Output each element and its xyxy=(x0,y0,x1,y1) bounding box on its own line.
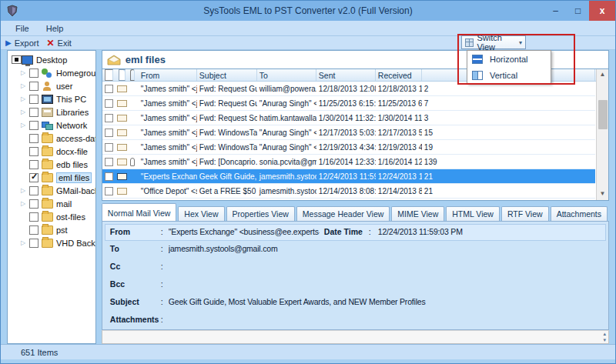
tree-checkbox[interactable] xyxy=(29,199,38,209)
tree-checkbox[interactable] xyxy=(29,212,38,222)
maximize-button[interactable]: □ xyxy=(567,1,589,21)
tree-item[interactable]: Homegroup xyxy=(8,66,95,79)
column-header-subject[interactable]: Subject xyxy=(197,69,257,81)
preview-tab[interactable]: RTF View xyxy=(501,206,549,221)
expander-icon[interactable] xyxy=(21,69,29,76)
row-checkbox[interactable] xyxy=(105,99,113,108)
preview-hscrollbar[interactable]: ▴▾ xyxy=(102,330,609,344)
envelope-icon xyxy=(117,188,127,195)
scroll-down-icon[interactable]: ▼ xyxy=(597,189,608,200)
tree-item[interactable]: VHD Backup xyxy=(8,236,95,249)
expander-icon[interactable] xyxy=(21,239,29,246)
tree-checkbox[interactable] xyxy=(29,160,38,169)
tree-item[interactable]: This PC xyxy=(8,92,95,105)
tree-item[interactable]: eml files xyxy=(8,171,95,184)
dropdown-item-label: Horizontal xyxy=(490,55,528,64)
expander-icon[interactable] xyxy=(12,55,22,64)
tree-item-label: This PC xyxy=(56,95,86,104)
mail-row[interactable]: "James smith" <ja... Fwd: [Doncaprio.c..… xyxy=(102,155,595,169)
preview-tab[interactable]: Attachments xyxy=(551,206,608,221)
mail-row[interactable]: "James smith" <ja... Fwd: WindowsTal... … xyxy=(102,125,595,140)
row-checkbox[interactable] xyxy=(105,187,113,195)
preview-tab[interactable]: Properties View xyxy=(226,206,295,221)
tree-item[interactable]: pst xyxy=(8,223,95,236)
expander-icon[interactable] xyxy=(21,95,29,102)
tree-item[interactable]: user xyxy=(8,79,95,92)
row-checkbox[interactable] xyxy=(105,143,113,152)
preview-tab[interactable]: MIME View xyxy=(391,206,444,221)
expander-icon[interactable] xyxy=(21,109,29,115)
minimize-button[interactable]: – xyxy=(544,1,567,21)
tree-checkbox[interactable] xyxy=(29,186,38,195)
mail-row[interactable]: "Office Depot" <s... Get a FREE $50 VI..… xyxy=(102,184,595,199)
mail-row[interactable]: "James smith" <ja... Fwd: WindowsTal... … xyxy=(102,140,595,155)
tree-checkbox[interactable] xyxy=(29,68,38,78)
tree-checkbox[interactable] xyxy=(29,121,38,130)
exit-label: Exit xyxy=(58,38,72,48)
tree-item-label: GMail-backup xyxy=(56,186,96,195)
exit-button[interactable]: ✕ Exit xyxy=(47,38,72,48)
column-header-from[interactable]: From xyxy=(139,69,197,81)
cell-size: 7 xyxy=(422,99,595,108)
tree-checkbox[interactable] xyxy=(29,225,38,235)
mail-row[interactable]: "Experts Exchange... Geek Gift Guide, ..… xyxy=(102,169,595,184)
preview-bcc-row: Bcc : xyxy=(105,276,605,294)
export-button[interactable]: ▶ Export xyxy=(5,38,39,48)
column-header-sent[interactable]: Sent xyxy=(316,69,376,81)
menu-item[interactable]: Help xyxy=(38,22,72,35)
list-scrollbar[interactable]: ▲ ▼ xyxy=(596,69,608,200)
tree-checkbox[interactable] xyxy=(29,239,38,248)
tree-item[interactable]: Network xyxy=(8,119,95,132)
tree-checkbox[interactable] xyxy=(29,134,38,143)
expander-icon[interactable] xyxy=(21,200,29,207)
expander-icon[interactable] xyxy=(21,187,29,194)
tree-item[interactable]: Libraries xyxy=(8,105,95,119)
colon: : xyxy=(161,297,169,306)
column-header-to[interactable]: To xyxy=(257,69,316,81)
select-all-checkbox[interactable] xyxy=(105,69,113,81)
tree-checkbox[interactable] xyxy=(29,173,38,182)
row-checkbox[interactable] xyxy=(105,158,113,166)
tree-item[interactable]: ost-files xyxy=(8,210,95,223)
scrollbar-thumb[interactable] xyxy=(598,100,608,129)
tree-item[interactable]: docx-file xyxy=(8,145,95,158)
switch-view-button[interactable]: Switch View ▾ xyxy=(461,35,526,49)
preview-tab[interactable]: Hex View xyxy=(178,206,224,221)
mail-row[interactable]: "James smith" <ja... Fwd: Request Gu... … xyxy=(102,96,595,111)
column-header-received[interactable]: Received xyxy=(376,69,422,81)
tree-checkbox[interactable] xyxy=(29,108,38,117)
envelope-icon xyxy=(117,173,127,180)
scroll-up-icon[interactable]: ▲ xyxy=(597,69,608,80)
attachment-column-icon[interactable] xyxy=(130,69,135,81)
row-checkbox[interactable] xyxy=(105,129,113,137)
tree-item[interactable]: edb files xyxy=(8,158,95,171)
tree-item[interactable]: mail xyxy=(8,197,95,210)
row-checkbox[interactable] xyxy=(105,172,113,181)
preview-tab[interactable]: HTML View xyxy=(446,206,500,221)
close-button[interactable]: x xyxy=(589,1,615,21)
tree-item-label: Libraries xyxy=(56,108,89,117)
tree-item[interactable]: Desktop xyxy=(8,53,95,66)
expander-icon[interactable] xyxy=(21,122,29,129)
preview-tab[interactable]: Normal Mail View xyxy=(102,203,177,221)
dropdown-item[interactable]: Horizontal xyxy=(467,51,551,67)
tree-item[interactable]: GMail-backup xyxy=(8,184,95,197)
tree-item[interactable]: access-database-file xyxy=(8,132,95,145)
preview-tab[interactable]: Message Header View xyxy=(296,206,390,221)
preview-tabs: Normal Mail View Hex View Properties Vie… xyxy=(102,202,609,221)
preview-scroll-arrows-icon[interactable]: ▴▾ xyxy=(603,331,606,343)
row-checkbox[interactable] xyxy=(105,114,113,122)
tree-checkbox[interactable] xyxy=(29,95,38,104)
tree-checkbox[interactable] xyxy=(29,82,38,91)
dropdown-item[interactable]: Vertical xyxy=(467,67,551,83)
cell-to: "Anurag Singh" <... xyxy=(257,99,316,108)
document-column-icon[interactable] xyxy=(119,69,126,81)
mail-row[interactable]: "James smith" <ja... Fwd: Request Sof...… xyxy=(102,111,595,125)
row-checkbox[interactable] xyxy=(105,85,113,93)
expander-icon[interactable] xyxy=(21,82,29,89)
tree-checkbox[interactable] xyxy=(29,147,38,156)
tree-item-label: docx-file xyxy=(56,147,88,156)
main-content: Desktop Homegroup user xyxy=(1,50,615,344)
menu-item[interactable]: File xyxy=(7,22,38,35)
tree-item-icon xyxy=(42,225,53,235)
